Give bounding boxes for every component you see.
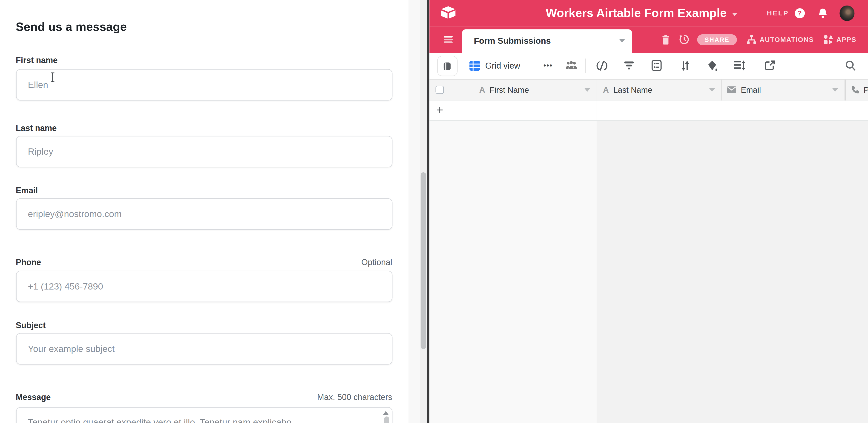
row-height-icon[interactable]	[734, 53, 745, 78]
filter-icon[interactable]	[624, 53, 634, 78]
hide-fields-icon[interactable]	[596, 53, 608, 78]
add-row[interactable]: +	[429, 100, 868, 121]
frozen-column-divider	[597, 79, 597, 100]
view-toolbar: Grid view •••	[429, 53, 868, 80]
tab-form-submissions[interactable]: Form Submissions	[462, 29, 632, 53]
email-input[interactable]	[16, 198, 392, 230]
textarea-scroll-up-icon[interactable]	[383, 411, 388, 415]
group-icon[interactable]	[651, 53, 662, 78]
airtable-tabbar: Form Submissions	[429, 27, 868, 53]
textarea-scrollbar-thumb[interactable]	[384, 416, 389, 423]
text-cursor	[50, 72, 55, 82]
add-row-plus-icon[interactable]: +	[436, 103, 443, 117]
share-view-icon[interactable]	[765, 53, 775, 78]
column-caret-icon[interactable]	[833, 88, 838, 92]
phone-field-icon	[850, 86, 859, 94]
text-field-icon: A	[479, 85, 485, 95]
email-field-icon	[727, 86, 737, 93]
view-sidebar-toggle-button[interactable]	[437, 56, 458, 76]
share-button[interactable]: SHARE	[697, 34, 737, 46]
screen: Send us a message First name Last name E…	[0, 0, 868, 423]
column-header-email[interactable]: Email	[722, 80, 845, 100]
subject-label: Subject	[16, 321, 45, 330]
grid-empty-area	[429, 121, 868, 423]
email-label: Email	[16, 185, 38, 195]
column-header-phone[interactable]: Phone	[845, 80, 868, 100]
apps-icon	[823, 34, 834, 45]
phone-label: Phone	[16, 257, 41, 267]
airtable-topbar: Workers Airtable Form Example HELP ?	[429, 0, 868, 27]
grid-view-icon[interactable]	[469, 53, 480, 78]
help-question-icon[interactable]: ?	[795, 8, 805, 18]
notifications-bell-icon[interactable]	[817, 8, 828, 19]
page-scrollbar-thumb[interactable]	[421, 172, 426, 349]
column-header-last-name[interactable]: A Last Name	[597, 80, 721, 100]
form-heading: Send us a message	[16, 21, 127, 34]
message-textarea[interactable]: Tenetur optio quaerat expedite vero et i…	[16, 407, 392, 423]
table-caret-icon[interactable]	[619, 39, 625, 43]
apps-button[interactable]: APPS	[823, 34, 857, 45]
message-text: Tenetur optio quaerat expedite vero et i…	[28, 417, 375, 423]
subject-input[interactable]	[16, 333, 392, 365]
page-scrollbar-track[interactable]	[420, 0, 427, 423]
first-name-input[interactable]	[16, 69, 392, 101]
base-title-caret-icon[interactable]	[732, 12, 737, 16]
last-name-label: Last name	[16, 123, 57, 132]
last-name-input[interactable]	[16, 135, 392, 167]
avatar[interactable]	[839, 6, 855, 21]
column-header-first-name[interactable]: A First Name	[429, 80, 597, 100]
text-field-icon: A	[603, 85, 609, 95]
base-title[interactable]: Workers Airtable Form Example	[546, 6, 727, 20]
automations-icon	[746, 34, 757, 45]
message-label: Message	[16, 392, 51, 402]
automations-button[interactable]: AUTOMATIONS	[746, 34, 814, 45]
phone-input[interactable]	[16, 270, 392, 302]
message-maxchars-note: Max. 500 characters	[317, 392, 392, 402]
active-table-name: Form Submissions	[474, 36, 551, 46]
window-divider	[427, 0, 429, 423]
column-caret-icon[interactable]	[709, 88, 715, 92]
contact-form-pane: Send us a message First name Last name E…	[0, 0, 408, 423]
view-options-ellipsis[interactable]: •••	[544, 53, 553, 78]
color-icon[interactable]	[707, 53, 718, 78]
hamburger-menu-icon[interactable]	[444, 36, 453, 43]
history-icon[interactable]	[679, 34, 689, 45]
phone-optional-note: Optional	[361, 257, 392, 267]
grid-header-row: A First Name A Last Name Email	[429, 79, 868, 101]
sort-icon[interactable]	[680, 53, 690, 78]
collaborators-icon[interactable]	[565, 53, 578, 78]
first-name-label: First name	[16, 55, 58, 65]
trash-icon[interactable]	[662, 35, 670, 44]
view-name[interactable]: Grid view	[485, 53, 520, 78]
page-gutter	[408, 0, 420, 423]
help-menu[interactable]: HELP	[767, 9, 789, 17]
column-caret-icon[interactable]	[585, 88, 590, 92]
toolbar-divider	[585, 58, 586, 72]
frozen-column-divider	[597, 100, 597, 423]
search-icon[interactable]	[845, 53, 856, 78]
first-name-label-row: First name	[16, 55, 392, 65]
airtable-window: Workers Airtable Form Example HELP ? For…	[429, 0, 868, 423]
